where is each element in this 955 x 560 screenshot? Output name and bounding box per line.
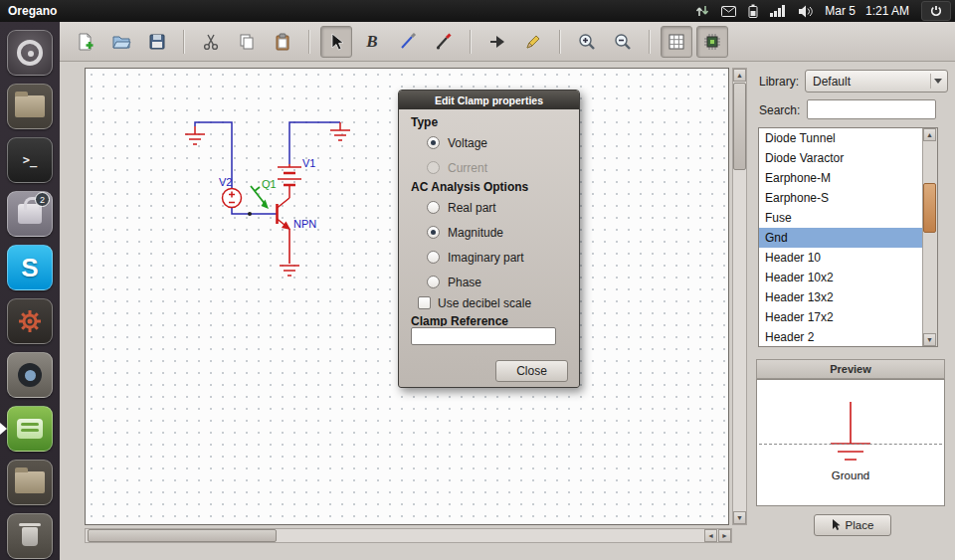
copy-button[interactable] <box>231 26 263 58</box>
list-scroll-thumb[interactable] <box>923 183 936 233</box>
parts-list-item[interactable]: Earphone-M <box>759 168 922 188</box>
radio-button-icon[interactable] <box>427 226 440 239</box>
launcher-system-settings[interactable] <box>0 294 60 348</box>
radio-voltage[interactable]: Voltage <box>411 130 567 155</box>
launcher-screenshot[interactable] <box>0 348 60 402</box>
scroll-up-arrow[interactable]: ▲ <box>923 128 936 141</box>
parts-list-item[interactable]: Earphone-S <box>759 188 922 208</box>
launcher-skype[interactable]: S <box>0 241 60 294</box>
decibel-checkbox-label: Use decibel scale <box>438 296 531 310</box>
battery-icon[interactable] <box>748 4 758 18</box>
radio-label: Imaginary part <box>448 251 524 265</box>
scroll-down-arrow[interactable]: ▼ <box>733 511 746 524</box>
text-tool-button[interactable]: B <box>356 26 388 58</box>
scroll-up-arrow[interactable]: ▲ <box>733 69 746 82</box>
notification-badge: 2 <box>35 192 50 207</box>
session-menu[interactable] <box>921 1 951 21</box>
open-file-button[interactable] <box>105 26 137 58</box>
oregano-icon <box>7 406 53 452</box>
junction-dot <box>248 212 252 216</box>
radio-button-icon[interactable] <box>427 136 440 149</box>
scroll-left-arrow[interactable]: ◄ <box>704 529 717 542</box>
simulate-button[interactable] <box>481 26 513 58</box>
parts-list-item[interactable]: Diode Tunnel <box>759 128 922 148</box>
parts-list-item[interactable]: Header 13x2 <box>759 287 922 307</box>
clock[interactable]: Mar 5 1:21 AM <box>825 4 909 18</box>
sound-icon[interactable] <box>798 5 813 18</box>
scroll-down-arrow[interactable]: ▼ <box>923 333 936 346</box>
software-center-icon: 2 <box>7 191 53 237</box>
grid-toggle-button[interactable] <box>661 26 692 58</box>
radio-phase[interactable]: Phase <box>411 270 567 294</box>
text-tool-icon: B <box>366 32 377 52</box>
radio-real-part[interactable]: Real part <box>411 195 567 220</box>
launcher-software-center[interactable]: 2 <box>0 187 60 241</box>
main-toolbar: B <box>60 22 955 62</box>
radio-label: Real part <box>448 201 496 215</box>
parts-list-item[interactable]: Header 17x2 <box>759 307 922 327</box>
canvas-hscrollbar[interactable]: ◄ ► <box>85 528 732 543</box>
parts-list-item[interactable]: Header 2 <box>759 327 922 347</box>
signal-icon[interactable] <box>770 5 786 17</box>
wire-tool-button[interactable] <box>392 26 424 58</box>
scroll-right-arrow[interactable]: ► <box>718 529 731 542</box>
toolbar-separator <box>183 30 185 54</box>
place-button[interactable]: Place <box>814 514 891 536</box>
parts-browser-toggle-button[interactable] <box>696 26 728 58</box>
zoom-out-button[interactable] <box>607 26 639 58</box>
plot-button[interactable] <box>517 26 549 58</box>
gear-icon <box>7 298 53 344</box>
npn-label: NPN <box>293 218 316 230</box>
list-scrollbar[interactable]: ▲ ▼ <box>922 128 937 346</box>
radio-magnitude[interactable]: Magnitude <box>411 220 567 245</box>
vscroll-thumb[interactable] <box>733 83 746 170</box>
parts-list-item[interactable]: Fuse <box>759 208 922 228</box>
launcher-documents[interactable] <box>0 456 60 509</box>
dialog-body: Type VoltageCurrent AC Analysis Options … <box>399 109 579 389</box>
launcher-terminal[interactable]: >_ <box>0 133 60 187</box>
cut-button[interactable] <box>195 26 227 58</box>
decibel-checkbox-row[interactable]: Use decibel scale <box>411 294 567 311</box>
cursor-icon <box>326 32 346 52</box>
clamp-reference-input[interactable] <box>411 327 556 345</box>
paste-button[interactable] <box>267 26 298 58</box>
library-dropdown[interactable]: Default <box>805 70 948 93</box>
select-tool-button[interactable] <box>320 26 352 58</box>
parts-list-item[interactable]: Header 10 <box>759 248 922 268</box>
zoom-in-button[interactable] <box>571 26 603 58</box>
copy-icon <box>237 32 257 52</box>
clamp-tool-button[interactable] <box>428 26 460 58</box>
voltage-source-v2 <box>223 189 242 208</box>
canvas-vscrollbar[interactable]: ▲ ▼ <box>732 68 747 525</box>
top-panel: Oregano Mar 5 1:21 AM <box>0 0 955 22</box>
ground-symbol <box>280 266 299 276</box>
radio-imaginary-part[interactable]: Imaginary part <box>411 245 567 270</box>
launcher-dash-home[interactable] <box>0 26 60 80</box>
close-button[interactable]: Close <box>495 360 568 382</box>
radio-button-icon <box>427 161 440 174</box>
dialog-title: Edit Clamp properties <box>399 91 579 109</box>
parts-list-item[interactable]: Header 10x2 <box>759 268 922 287</box>
launcher-trash[interactable] <box>0 509 60 560</box>
radio-button-icon[interactable] <box>427 201 440 214</box>
camera-icon <box>7 352 53 398</box>
launcher-files[interactable] <box>0 80 60 133</box>
save-file-button[interactable] <box>141 26 173 58</box>
radio-label: Phase <box>448 276 481 289</box>
search-input[interactable] <box>807 99 936 119</box>
radio-button-icon[interactable] <box>427 251 440 264</box>
radio-button-icon[interactable] <box>427 276 440 288</box>
preview-header: Preview <box>756 359 945 379</box>
terminal-icon: >_ <box>7 137 53 183</box>
mail-icon[interactable] <box>721 6 736 17</box>
new-file-button[interactable] <box>70 26 101 58</box>
network-icon[interactable] <box>695 4 709 18</box>
parts-list-item[interactable]: Diode Varactor <box>759 148 922 168</box>
decibel-checkbox[interactable] <box>418 296 431 309</box>
parts-list-item[interactable]: Gnd <box>759 228 922 248</box>
search-label: Search: <box>759 103 800 117</box>
ac-section-label: AC Analysis Options <box>411 180 567 195</box>
hscroll-thumb[interactable] <box>88 529 277 542</box>
launcher-oregano[interactable] <box>0 402 60 456</box>
v1-label: V1 <box>302 157 315 169</box>
